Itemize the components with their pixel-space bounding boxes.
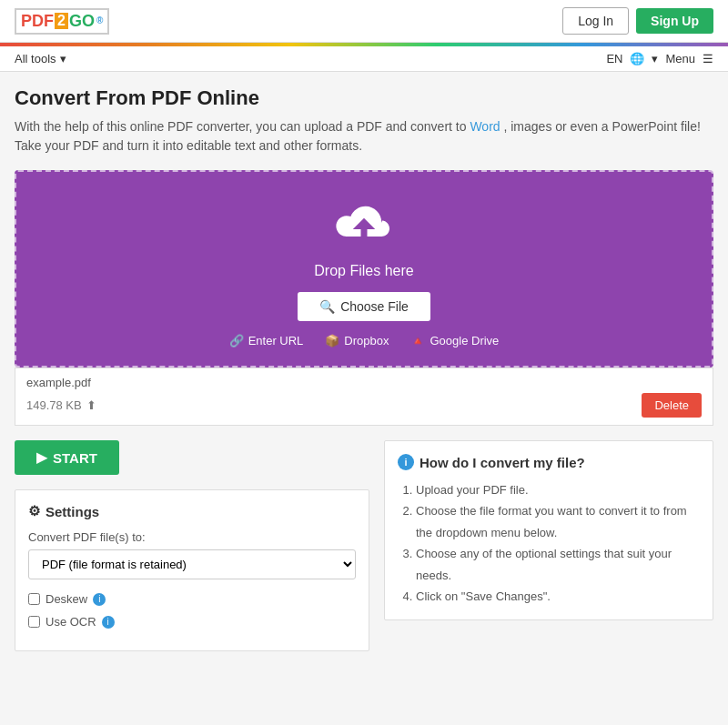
two-column-layout: ▶ START ⚙ Settings Convert PDF file(s) t… (15, 440, 713, 651)
convert-label: Convert PDF file(s) to: (28, 530, 356, 544)
menu-icon: ☰ (703, 52, 713, 65)
dropbox-option[interactable]: 📦 Dropbox (325, 334, 389, 347)
signup-button[interactable]: Sign Up (636, 8, 713, 34)
google-drive-option[interactable]: 🔺 Google Drive (410, 334, 499, 347)
link-icon: 🔗 (229, 334, 244, 347)
login-button[interactable]: Log In (562, 7, 629, 35)
upload-options: 🔗 Enter URL 📦 Dropbox 🔺 Google Drive (229, 334, 500, 347)
lang-label[interactable]: EN (606, 52, 622, 65)
page-title: Convert From PDF Online (15, 86, 713, 110)
logo-dot: ® (96, 15, 103, 25)
drive-icon: 🔺 (410, 334, 425, 347)
google-drive-label: Google Drive (430, 334, 499, 347)
howto-title: i How do I convert my file? (398, 454, 700, 470)
deskew-label: Deskew (46, 592, 87, 606)
file-name: example.pdf (26, 376, 702, 389)
ocr-checkbox[interactable] (28, 616, 40, 628)
logo-2: 2 (55, 13, 68, 29)
start-button[interactable]: ▶ START (15, 440, 119, 475)
desc-text-1: With the help of this online PDF convert… (15, 119, 467, 134)
search-icon: 🔍 (319, 299, 335, 314)
left-column: ▶ START ⚙ Settings Convert PDF file(s) t… (15, 440, 369, 651)
howto-step: Click on "Save Changes". (416, 586, 700, 607)
right-column: i How do I convert my file? Upload your … (384, 440, 713, 651)
choose-file-button[interactable]: 🔍 Choose File (298, 292, 430, 321)
ocr-label: Use OCR (46, 615, 96, 629)
logo-go: GO (69, 12, 95, 31)
logo-box: PDF2GO® (15, 8, 109, 35)
file-size-value: 149.78 KB (26, 398, 82, 412)
chevron-down-icon: ▾ (60, 52, 66, 65)
cloud-upload-icon (332, 199, 396, 254)
howto-panel: i How do I convert my file? Upload your … (384, 440, 713, 620)
header-buttons: Log In Sign Up (562, 7, 713, 35)
globe-icon: 🌐 (630, 52, 644, 65)
deskew-row: Deskew i (28, 592, 356, 606)
howto-list: Upload your PDF file.Choose the file for… (398, 479, 700, 607)
delete-button[interactable]: Delete (642, 393, 702, 418)
lang-chevron-icon: ▾ (652, 52, 658, 65)
drop-files-text: Drop Files here (314, 263, 413, 279)
nav-right: EN 🌐 ▾ Menu ☰ (606, 52, 713, 65)
enter-url-option[interactable]: 🔗 Enter URL (229, 334, 304, 347)
dropbox-icon: 📦 (325, 334, 339, 347)
settings-gear-icon: ⚙ (28, 503, 40, 519)
file-size-row: 149.78 KB ⬆ Delete (26, 393, 702, 418)
enter-url-label: Enter URL (248, 334, 304, 347)
start-label: START (53, 450, 97, 466)
upload-icon: ⬆ (86, 398, 96, 412)
menu-label[interactable]: Menu (665, 52, 695, 65)
settings-label: Settings (46, 504, 99, 519)
header: PDF2GO® Log In Sign Up (0, 0, 728, 43)
settings-panel: ⚙ Settings Convert PDF file(s) to: PDF (… (15, 489, 369, 651)
howto-title-text: How do I convert my file? (420, 455, 585, 470)
file-info-bar: example.pdf 149.78 KB ⬆ Delete (15, 368, 713, 426)
deskew-checkbox[interactable] (28, 593, 40, 605)
howto-step: Choose any of the optional settings that… (416, 543, 700, 586)
howto-info-icon: i (398, 454, 414, 470)
settings-title: ⚙ Settings (28, 503, 356, 519)
all-tools-nav[interactable]: All tools ▾ (15, 52, 66, 65)
page-description: With the help of this online PDF convert… (15, 117, 713, 156)
howto-step: Upload your PDF file. (416, 479, 700, 500)
start-arrow-icon: ▶ (36, 449, 47, 466)
logo-pdf: PDF (21, 12, 54, 31)
ocr-info-icon[interactable]: i (102, 616, 115, 629)
nav-bar: All tools ▾ EN 🌐 ▾ Menu ☰ (0, 46, 728, 72)
deskew-info-icon[interactable]: i (93, 593, 106, 606)
drop-zone[interactable]: Drop Files here 🔍 Choose File 🔗 Enter UR… (15, 170, 713, 368)
file-size: 149.78 KB ⬆ (26, 398, 96, 412)
ocr-row: Use OCR i (28, 615, 356, 629)
logo: PDF2GO® (15, 8, 109, 35)
dropbox-label: Dropbox (344, 334, 389, 347)
choose-file-label: Choose File (340, 299, 409, 314)
main-content: Convert From PDF Online With the help of… (0, 72, 728, 666)
convert-format-select[interactable]: PDF (file format is retained)Word (.docx… (28, 549, 356, 579)
desc-link-word[interactable]: Word (470, 119, 500, 134)
howto-step: Choose the file format you want to conve… (416, 500, 700, 543)
all-tools-label: All tools (15, 52, 56, 65)
